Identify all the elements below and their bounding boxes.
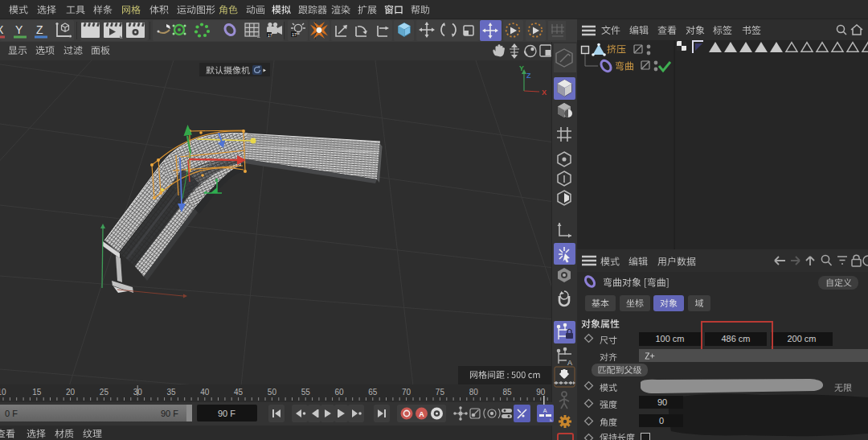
svg-text:Y: Y <box>519 64 524 72</box>
svg-text:A: A <box>419 410 424 418</box>
svg-text:Y: Y <box>15 23 23 36</box>
svg-text:20: 20 <box>66 388 76 397</box>
svg-text:25: 25 <box>100 388 109 397</box>
svg-text:35: 35 <box>166 388 176 397</box>
svg-text:0 F: 0 F <box>5 409 18 418</box>
svg-text:90 F: 90 F <box>218 409 235 418</box>
svg-text:A: A <box>543 408 547 413</box>
svg-text:X: X <box>0 23 4 36</box>
svg-text:60: 60 <box>334 388 344 397</box>
svg-text:65: 65 <box>368 388 378 397</box>
svg-text:Z: Z <box>36 23 43 36</box>
svg-text:15: 15 <box>32 388 42 397</box>
svg-text:X: X <box>542 88 547 97</box>
svg-text:90 F: 90 F <box>161 409 178 418</box>
svg-text:50: 50 <box>268 388 277 397</box>
svg-text:75: 75 <box>436 388 445 397</box>
svg-text:45: 45 <box>234 388 244 397</box>
svg-text:17: 17 <box>268 33 272 38</box>
svg-text:10: 10 <box>0 388 6 397</box>
svg-text:17: 17 <box>292 32 297 37</box>
svg-text:Z: Z <box>526 72 531 80</box>
svg-text:90: 90 <box>536 388 546 397</box>
svg-text:40: 40 <box>200 388 210 397</box>
svg-text:80: 80 <box>469 388 479 397</box>
svg-text:85: 85 <box>502 388 512 397</box>
svg-text:A: A <box>567 359 572 367</box>
svg-text:55: 55 <box>301 388 311 397</box>
svg-text:70: 70 <box>402 388 411 397</box>
